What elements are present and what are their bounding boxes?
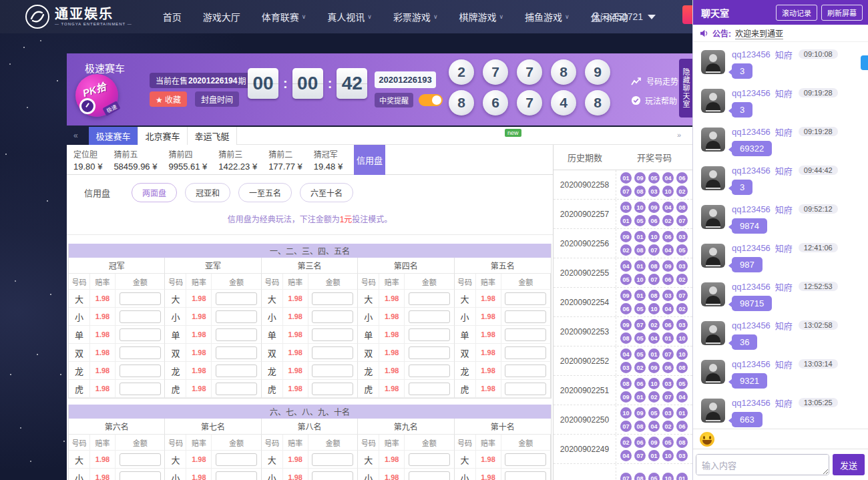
bet-amount-input[interactable] xyxy=(409,365,450,377)
bet-amount-input[interactable] xyxy=(120,346,161,359)
win-alert-toggle[interactable] xyxy=(419,94,443,106)
nav-item-7[interactable]: 捕鱼游戏∨ xyxy=(525,10,570,23)
bet-amount-input[interactable] xyxy=(216,471,257,480)
bet-option-大[interactable]: 大 xyxy=(262,451,283,469)
bet-option-双[interactable]: 双 xyxy=(358,344,379,362)
bet-option-大[interactable]: 大 xyxy=(358,290,379,308)
bet-amount-input[interactable] xyxy=(216,310,257,323)
bet-amount-input[interactable] xyxy=(312,453,353,466)
close-time-button[interactable]: 封盘时间 xyxy=(195,91,239,107)
bet-option-小[interactable]: 小 xyxy=(262,469,283,480)
bet-option-双[interactable]: 双 xyxy=(455,344,476,362)
nav-item-2[interactable]: 游戏大厅 xyxy=(203,10,240,23)
bet-amount-input[interactable] xyxy=(216,292,257,305)
bet-option-单[interactable]: 单 xyxy=(69,326,90,344)
bet-amount-input[interactable] xyxy=(120,365,161,377)
bet-amount-input[interactable] xyxy=(120,310,161,323)
send-button[interactable]: 发送 xyxy=(833,454,865,475)
bet-option-单[interactable]: 单 xyxy=(455,326,476,344)
hide-chat-button[interactable]: 隐藏聊天室 xyxy=(679,59,692,117)
bet-option-虎[interactable]: 虎 xyxy=(262,380,283,398)
bet-amount-input[interactable] xyxy=(312,328,353,341)
number-trend-link[interactable]: 号码走势 xyxy=(631,75,678,87)
bet-option-大[interactable]: 大 xyxy=(69,290,90,308)
mode-pill-2[interactable]: 冠亚和 xyxy=(185,183,230,202)
tab-2[interactable]: 北京赛车 xyxy=(138,127,188,145)
collapse-right-icon[interactable]: » xyxy=(677,131,681,139)
collapse-left-icon[interactable]: « xyxy=(73,131,78,140)
bet-amount-input[interactable] xyxy=(409,328,450,341)
nav-item-3[interactable]: 体育联赛∨ xyxy=(262,10,306,23)
bet-amount-input[interactable] xyxy=(409,292,450,305)
bet-amount-input[interactable] xyxy=(505,365,546,377)
bet-amount-input[interactable] xyxy=(216,383,257,395)
bet-amount-input[interactable] xyxy=(505,471,546,480)
bet-amount-input[interactable] xyxy=(216,346,257,359)
bet-option-虎[interactable]: 虎 xyxy=(358,380,379,398)
bet-amount-input[interactable] xyxy=(505,328,546,341)
bet-option-双[interactable]: 双 xyxy=(165,344,186,362)
bet-amount-input[interactable] xyxy=(312,471,353,480)
bet-option-小[interactable]: 小 xyxy=(455,469,476,480)
nav-item-4[interactable]: 真人视讯∨ xyxy=(327,10,372,23)
bet-option-虎[interactable]: 虎 xyxy=(455,380,476,398)
bet-amount-input[interactable] xyxy=(505,383,546,395)
nav-item-1[interactable]: 首页 xyxy=(163,10,182,23)
bet-amount-input[interactable] xyxy=(312,292,353,305)
bet-option-双[interactable]: 双 xyxy=(69,344,90,362)
bet-amount-input[interactable] xyxy=(312,346,353,359)
bet-amount-input[interactable] xyxy=(409,310,450,323)
bet-option-龙[interactable]: 龙 xyxy=(358,362,379,380)
bet-option-小[interactable]: 小 xyxy=(69,308,90,326)
bet-option-龙[interactable]: 龙 xyxy=(165,362,186,380)
mode-pill-3[interactable]: 一至五名 xyxy=(238,183,292,202)
bet-amount-input[interactable] xyxy=(312,310,353,323)
bet-amount-input[interactable] xyxy=(120,453,161,466)
user-account-menu[interactable]: a450721 xyxy=(590,0,656,33)
bet-option-单[interactable]: 单 xyxy=(358,326,379,344)
bet-option-小[interactable]: 小 xyxy=(358,469,379,480)
nav-item-5[interactable]: 彩票游戏∨ xyxy=(393,10,438,23)
bet-amount-input[interactable] xyxy=(216,328,257,341)
favorite-button[interactable]: ★ 收藏 xyxy=(150,91,187,107)
bet-amount-input[interactable] xyxy=(505,292,546,305)
floating-widget-button[interactable] xyxy=(861,55,868,70)
bet-option-大[interactable]: 大 xyxy=(165,451,186,469)
bet-option-大[interactable]: 大 xyxy=(262,290,283,308)
bet-option-虎[interactable]: 虎 xyxy=(165,380,186,398)
bet-option-大[interactable]: 大 xyxy=(455,451,476,469)
play-help-link[interactable]: 玩法帮助 xyxy=(631,95,678,106)
bet-amount-input[interactable] xyxy=(505,346,546,359)
bet-amount-input[interactable] xyxy=(505,310,546,323)
scroll-record-button[interactable]: 滚动记录 xyxy=(776,5,817,21)
bet-option-龙[interactable]: 龙 xyxy=(262,362,283,380)
bet-option-小[interactable]: 小 xyxy=(165,308,186,326)
bet-amount-input[interactable] xyxy=(409,471,450,480)
bet-amount-input[interactable] xyxy=(216,365,257,377)
bet-option-虎[interactable]: 虎 xyxy=(69,380,90,398)
bet-option-双[interactable]: 双 xyxy=(262,344,283,362)
bet-amount-input[interactable] xyxy=(409,383,450,395)
bet-amount-input[interactable] xyxy=(120,328,161,341)
bet-amount-input[interactable] xyxy=(312,383,353,395)
credit-panel-button[interactable]: 信用盘 xyxy=(354,145,385,175)
bet-amount-input[interactable] xyxy=(120,292,161,305)
bet-option-小[interactable]: 小 xyxy=(455,308,476,326)
bet-amount-input[interactable] xyxy=(409,346,450,359)
nav-item-6[interactable]: 棋牌游戏∨ xyxy=(459,10,503,23)
bet-option-大[interactable]: 大 xyxy=(358,451,379,469)
bet-option-大[interactable]: 大 xyxy=(69,451,90,469)
bet-option-小[interactable]: 小 xyxy=(358,308,379,326)
bet-option-单[interactable]: 单 xyxy=(165,326,186,344)
bet-amount-input[interactable] xyxy=(505,453,546,466)
deposit-shortcut-tag[interactable] xyxy=(682,5,692,24)
bet-option-大[interactable]: 大 xyxy=(165,290,186,308)
bet-option-小[interactable]: 小 xyxy=(262,308,283,326)
bet-amount-input[interactable] xyxy=(120,383,161,395)
bet-amount-input[interactable] xyxy=(216,453,257,466)
chat-input[interactable] xyxy=(696,454,829,475)
bet-option-小[interactable]: 小 xyxy=(165,469,186,480)
bet-amount-input[interactable] xyxy=(120,471,161,480)
mode-pill-1[interactable]: 两面盘 xyxy=(132,183,177,202)
bet-amount-input[interactable] xyxy=(409,453,450,466)
